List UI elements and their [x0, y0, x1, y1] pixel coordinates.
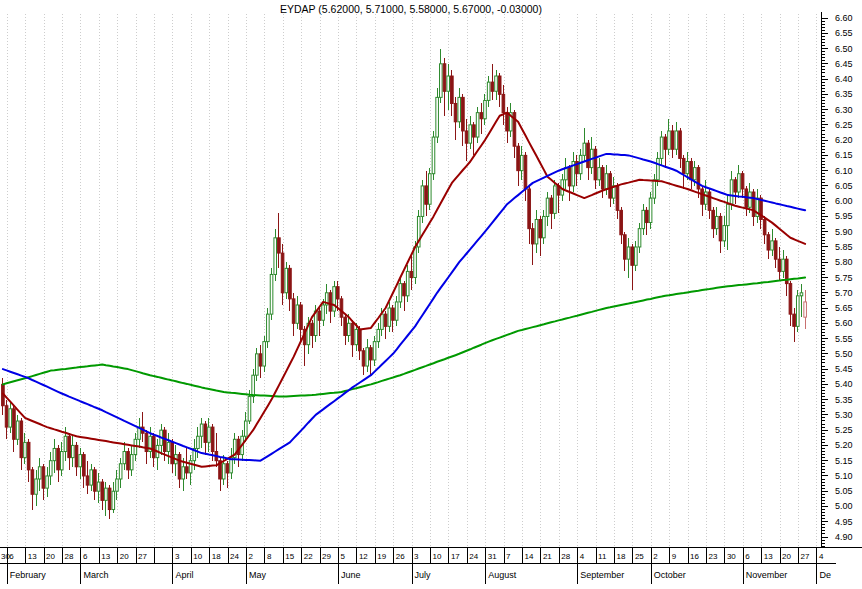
candle [270, 268, 273, 320]
candle [539, 216, 542, 256]
y-axis-label: 4.90 [835, 532, 853, 542]
week-label: 28 [561, 552, 570, 561]
candle [160, 424, 163, 455]
month-label: March [83, 570, 108, 580]
y-axis-label: 5.35 [835, 395, 853, 405]
week-label: 27 [801, 552, 810, 561]
week-label: 29 [322, 552, 331, 561]
candle [473, 122, 476, 156]
candle [289, 265, 292, 311]
candle [800, 284, 803, 318]
candle [716, 207, 719, 234]
candle [565, 158, 568, 189]
candle [259, 345, 262, 379]
candle [528, 186, 531, 244]
candle [86, 461, 89, 495]
candle [318, 308, 321, 335]
week-label: 10 [193, 552, 202, 561]
week-label: 23 [709, 552, 718, 561]
candle [443, 58, 446, 116]
candle [598, 158, 601, 185]
y-axis-label: 5.00 [835, 501, 853, 511]
candle [116, 470, 119, 501]
week-label: 11 [598, 552, 607, 561]
week-label: 3 [414, 552, 419, 561]
candle [79, 448, 82, 479]
candle [256, 348, 259, 382]
candle [524, 152, 527, 201]
candle [226, 461, 229, 488]
candle [5, 400, 8, 440]
candle [175, 445, 178, 476]
candle [572, 152, 575, 192]
candle [782, 250, 785, 277]
candle [793, 308, 796, 342]
week-label: 20 [782, 552, 791, 561]
candle [517, 143, 520, 186]
candle [366, 339, 369, 373]
month-label: May [249, 570, 267, 580]
y-axis-label: 5.95 [835, 211, 853, 221]
y-axis-label: 6.05 [835, 181, 853, 191]
candle [141, 412, 144, 443]
candle [660, 131, 663, 165]
candle [9, 403, 12, 434]
week-label: 4 [819, 552, 824, 561]
week-label: 14 [525, 552, 534, 561]
candle [480, 103, 483, 134]
week-label: 4 [580, 552, 585, 561]
y-axis-label: 6.25 [835, 120, 853, 130]
candle [440, 49, 443, 104]
y-axis-label: 6.35 [835, 89, 853, 99]
candle [425, 171, 428, 217]
candle [627, 238, 630, 278]
week-label: 13 [101, 552, 110, 561]
candle [83, 452, 86, 489]
week-label: 26 [396, 552, 405, 561]
y-axis-label: 5.85 [835, 242, 853, 252]
y-axis-label: 5.50 [835, 349, 853, 359]
candle [620, 207, 623, 244]
candle [520, 146, 523, 180]
candle [200, 418, 203, 449]
week-label: 12 [359, 552, 368, 561]
candle [399, 278, 402, 309]
y-axis-label: 5.30 [835, 410, 853, 420]
candle [16, 415, 19, 446]
candle [745, 186, 748, 217]
candle [487, 76, 490, 107]
candle [550, 195, 553, 229]
candle [75, 442, 78, 476]
x-axis-month-row: FebruaryMarchAprilMayJuneJulyAugustSepte… [7, 547, 831, 584]
price-chart-canvas: 6.606.556.506.456.406.356.306.256.206.15… [0, 0, 862, 589]
candle [38, 458, 41, 492]
y-axis-label: 5.05 [835, 486, 853, 496]
candle [167, 433, 170, 464]
candle [49, 452, 52, 486]
candle [296, 296, 299, 330]
week-label: 7 [506, 552, 511, 561]
candle [311, 320, 314, 347]
y-axis-label: 6.60 [835, 13, 853, 23]
candle [576, 155, 579, 186]
month-label: October [654, 570, 686, 580]
candle [230, 448, 233, 479]
y-axis-label: 6.15 [835, 150, 853, 160]
candle [97, 473, 100, 504]
candle [491, 64, 494, 101]
candle [267, 308, 270, 348]
week-label: 15 [285, 552, 294, 561]
y-axis-label: 6.10 [835, 166, 853, 176]
candle [406, 265, 409, 302]
candle [53, 439, 56, 473]
candle [105, 482, 108, 516]
candle [789, 281, 792, 327]
candle [215, 433, 218, 467]
candle [583, 128, 586, 162]
y-axis-label: 5.65 [835, 303, 853, 313]
candle [108, 485, 111, 519]
month-label: September [580, 570, 624, 580]
week-label: 2 [653, 552, 658, 561]
y-axis-label: 6.40 [835, 74, 853, 84]
week-label: 16 [690, 552, 699, 561]
